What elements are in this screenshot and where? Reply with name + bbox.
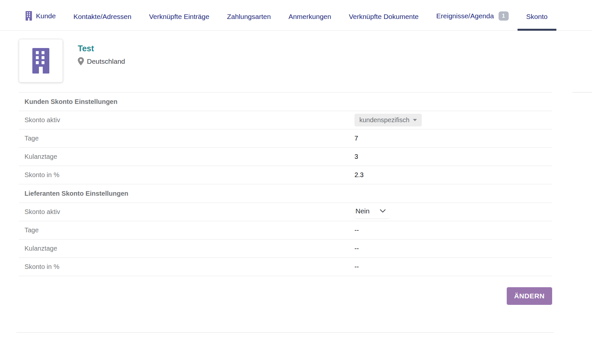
- tab-zahlungsarten[interactable]: Zahlungsarten: [218, 13, 280, 30]
- tab-label: Kunde: [36, 12, 56, 20]
- field-value: 2.3: [354, 171, 364, 179]
- field-label: Skonto aktiv: [19, 208, 354, 216]
- tab-label: Zahlungsarten: [227, 13, 271, 21]
- section-heading-lieferanten-skonto-einstellungen: Lieferanten Skonto Einstellungen: [19, 184, 552, 203]
- entity-meta: Test Deutschland: [78, 39, 125, 65]
- settings-row-kulanztage: Kulanztage--: [19, 240, 552, 258]
- tab-verkn-pfte-dokumente[interactable]: Verknüpfte Dokumente: [340, 13, 428, 30]
- actions-bar: ÄNDERN: [19, 287, 552, 305]
- field-label: Kulanztage: [19, 245, 354, 252]
- settings-row-kulanztage: Kulanztage3: [19, 148, 552, 166]
- field-label: Skonto in %: [19, 263, 354, 271]
- tab-label: Verknüpfte Dokumente: [349, 13, 419, 21]
- tab-kontakte-adressen[interactable]: Kontakte/Adressen: [65, 13, 140, 30]
- location-pin-icon: [78, 57, 84, 65]
- settings-row-tage: Tage--: [19, 221, 552, 240]
- change-button[interactable]: ÄNDERN: [507, 287, 552, 305]
- settings-row-skonto-aktiv: Skonto aktivNein: [19, 203, 552, 221]
- select-value: Nein: [355, 207, 370, 215]
- customer-avatar-card: [19, 39, 63, 82]
- entity-header: Test Deutschland: [0, 31, 592, 82]
- field-label: Skonto aktiv: [19, 116, 354, 124]
- settings-row-tage: Tage7: [19, 129, 552, 148]
- tab-label: Ereignisse/Agenda: [436, 12, 494, 20]
- tab-label: Verknüpfte Einträge: [149, 13, 209, 21]
- skonto-aktiv-dropdown[interactable]: kundenspezifisch: [354, 114, 422, 126]
- field-value: 7: [354, 135, 358, 142]
- field-value: --: [354, 245, 359, 252]
- field-label: Skonto in %: [19, 171, 354, 179]
- settings-row-skonto-aktiv: Skonto aktivkundenspezifisch: [19, 111, 552, 129]
- chevron-down-icon: [380, 209, 386, 213]
- tab-anmerkungen[interactable]: Anmerkungen: [280, 13, 340, 30]
- tab-verkn-pfte-eintr-ge[interactable]: Verknüpfte Einträge: [140, 13, 218, 30]
- tab-label: Kontakte/Adressen: [74, 13, 131, 21]
- dropdown-value: kundenspezifisch: [359, 116, 409, 124]
- tab-skonto[interactable]: Skonto: [518, 13, 556, 30]
- caret-down-icon: [413, 119, 417, 121]
- bottom-divider: [16, 332, 554, 333]
- adjacent-panel-edge: [572, 92, 592, 92]
- field-label: Tage: [19, 226, 354, 234]
- building-icon: [31, 48, 51, 74]
- tab-ereignisse-agenda[interactable]: Ereignisse/Agenda1: [427, 11, 517, 30]
- customer-location: Deutschland: [78, 57, 125, 65]
- tab-label: Skonto: [526, 13, 548, 21]
- settings-row-skonto-in: Skonto in %--: [19, 258, 552, 276]
- field-value: --: [354, 226, 359, 234]
- building-icon: [25, 11, 32, 21]
- section-heading-kunden-skonto-einstellungen: Kunden Skonto Einstellungen: [19, 92, 552, 111]
- field-value: --: [354, 263, 359, 271]
- field-label: Tage: [19, 135, 354, 142]
- settings-row-skonto-in: Skonto in %2.3: [19, 166, 552, 184]
- field-label: Kulanztage: [19, 153, 354, 160]
- customer-name[interactable]: Test: [78, 44, 125, 53]
- tab-bar: KundeKontakte/AdressenVerknüpfte Einträg…: [0, 0, 592, 31]
- tab-count-badge: 1: [499, 11, 509, 21]
- field-value: 3: [354, 153, 358, 160]
- tab-kunde[interactable]: Kunde: [16, 11, 65, 30]
- location-label: Deutschland: [87, 58, 125, 65]
- tab-label: Anmerkungen: [288, 13, 331, 21]
- skonto-aktiv-select[interactable]: Nein: [354, 205, 391, 219]
- skonto-settings-table: Kunden Skonto EinstellungenSkonto aktivk…: [19, 92, 552, 276]
